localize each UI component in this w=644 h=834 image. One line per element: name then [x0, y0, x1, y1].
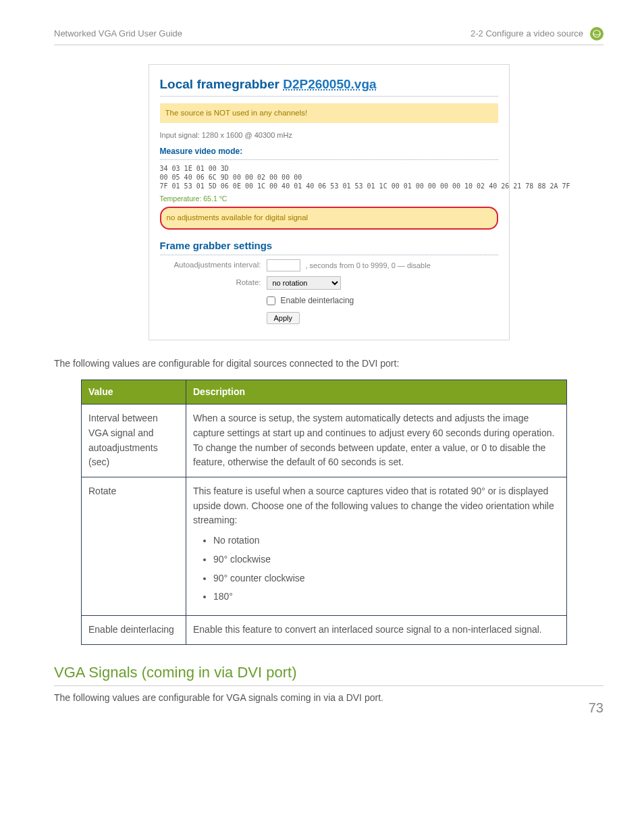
table-row: Interval between VGA signal and autoadju…	[82, 405, 567, 477]
list-item: 180°	[213, 590, 560, 604]
cell-desc: This feature is useful when a source cap…	[186, 477, 567, 616]
deinterlace-checkbox[interactable]	[267, 296, 275, 305]
autoadjust-input[interactable]	[267, 259, 300, 271]
autoadjust-label: Autoadjustments interval:	[160, 259, 261, 271]
header-left: Networked VGA Grid User Guide	[54, 27, 182, 41]
list-item: No rotation	[213, 533, 560, 548]
hex-dump: 34 03 1E 01 00 3D 00 05 40 06 6C 9D 00 0…	[160, 164, 498, 190]
brand-badge-icon	[590, 27, 603, 41]
page-header: Networked VGA Grid User Guide 2-2 Config…	[54, 27, 603, 45]
page-number: 73	[589, 698, 603, 719]
cell-value: Interval between VGA signal and autoadju…	[82, 405, 186, 477]
cell-value: Enable deinterlacing	[82, 615, 186, 644]
col-value-header: Value	[82, 380, 186, 405]
col-desc-header: Description	[186, 380, 567, 405]
measure-heading: Measure video mode:	[160, 145, 498, 160]
deinterlace-label: Enable deinterlacing	[281, 294, 354, 307]
header-right: 2-2 Configure a video source	[471, 27, 583, 41]
footer-rule	[54, 685, 603, 686]
cell-desc: Enable this feature to convert an interl…	[186, 615, 567, 644]
apply-button[interactable]: Apply	[267, 312, 300, 324]
intro-text: The following values are configurable fo…	[54, 357, 603, 371]
list-item: 90° counter clockwise	[213, 571, 560, 586]
autoadjust-hint: , seconds from 0 to 9999, 0 — disable	[306, 260, 431, 271]
panel-title-prefix: Local framegrabber	[160, 77, 284, 91]
cell-desc: When a source is setup, the system autom…	[186, 405, 567, 477]
device-link[interactable]: D2P260050.vga	[283, 77, 376, 91]
channel-warning: The source is NOT used in any channels!	[160, 103, 498, 124]
vga-signals-text: The following values are configurable fo…	[54, 691, 603, 706]
cell-value: Rotate	[82, 477, 186, 616]
rotate-select[interactable]: no rotation	[267, 276, 341, 290]
temperature-text: Temperature: 65.1 °C	[160, 193, 498, 204]
svg-point-0	[593, 30, 601, 38]
input-signal-text: Input signal: 1280 x 1600 @ 40300 mHz	[160, 130, 498, 141]
rotate-row: Rotate: no rotation	[160, 276, 498, 290]
vga-signals-heading: VGA Signals (coming in via DVI port)	[54, 661, 603, 684]
table-row: Rotate This feature is useful when a sou…	[82, 477, 567, 616]
autoadjust-row: Autoadjustments interval: , seconds from…	[160, 259, 498, 271]
rotate-desc-lead: This feature is useful when a source cap…	[193, 486, 554, 525]
framegrabber-panel: Local framegrabber D2P260050.vga The sou…	[149, 64, 510, 340]
table-row: Enable deinterlacing Enable this feature…	[82, 615, 567, 644]
apply-row: Apply	[160, 312, 498, 324]
rotate-label: Rotate:	[160, 277, 261, 289]
table-header-row: Value Description	[82, 380, 567, 405]
config-table: Value Description Interval between VGA s…	[81, 380, 567, 645]
no-adjustments-warning: no adjustments available for digital sig…	[160, 207, 498, 230]
rotate-options-list: No rotation 90° clockwise 90° counter cl…	[193, 533, 560, 604]
panel-title: Local framegrabber D2P260050.vga	[160, 74, 498, 96]
list-item: 90° clockwise	[213, 552, 560, 567]
deinterlace-row: Enable deinterlacing	[160, 294, 498, 307]
framegrabber-settings-heading: Frame grabber settings	[160, 238, 498, 255]
